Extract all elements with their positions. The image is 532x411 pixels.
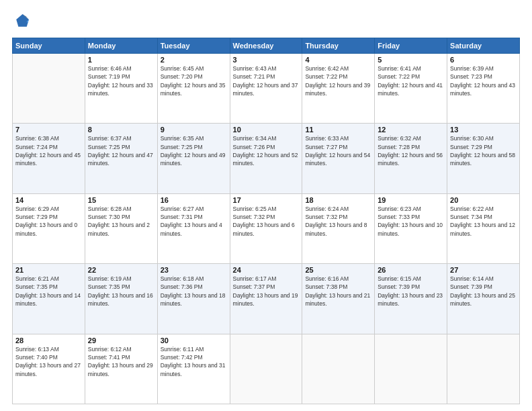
day-number: 25 <box>305 266 371 274</box>
day-number: 7 <box>15 126 82 134</box>
day-number: 2 <box>161 56 227 64</box>
day-info: Sunrise: 6:38 AMSunset: 7:24 PMDaylight:… <box>15 134 82 167</box>
calendar-cell: 5Sunrise: 6:41 AMSunset: 7:22 PMDaylight… <box>375 54 447 124</box>
day-number: 6 <box>450 56 517 64</box>
calendar-cell: 8Sunrise: 6:37 AMSunset: 7:25 PMDaylight… <box>85 124 157 193</box>
day-number: 9 <box>161 126 227 134</box>
day-info: Sunrise: 6:46 AMSunset: 7:19 PMDaylight:… <box>88 64 154 97</box>
calendar-cell <box>302 334 375 404</box>
day-number: 21 <box>15 266 82 274</box>
weekday-header-cell: Wednesday <box>230 38 302 54</box>
calendar-cell: 21Sunrise: 6:21 AMSunset: 7:35 PMDayligh… <box>13 264 85 334</box>
calendar-cell: 10Sunrise: 6:34 AMSunset: 7:26 PMDayligh… <box>230 124 302 193</box>
page: SundayMondayTuesdayWednesdayThursdayFrid… <box>0 0 532 411</box>
day-info: Sunrise: 6:34 AMSunset: 7:26 PMDaylight:… <box>233 134 300 167</box>
calendar-cell: 22Sunrise: 6:19 AMSunset: 7:35 PMDayligh… <box>85 264 157 334</box>
day-info: Sunrise: 6:37 AMSunset: 7:25 PMDaylight:… <box>88 134 154 167</box>
day-number: 19 <box>378 196 444 204</box>
day-number: 29 <box>88 336 154 345</box>
day-info: Sunrise: 6:28 AMSunset: 7:30 PMDaylight:… <box>88 205 154 238</box>
day-info: Sunrise: 6:30 AMSunset: 7:29 PMDaylight:… <box>450 134 517 167</box>
day-info: Sunrise: 6:24 AMSunset: 7:32 PMDaylight:… <box>305 205 371 238</box>
weekday-header-cell: Tuesday <box>157 38 230 54</box>
day-info: Sunrise: 6:12 AMSunset: 7:41 PMDaylight:… <box>88 345 154 378</box>
calendar-cell: 28Sunrise: 6:13 AMSunset: 7:40 PMDayligh… <box>13 334 85 404</box>
day-number: 27 <box>450 266 517 274</box>
calendar-cell: 15Sunrise: 6:28 AMSunset: 7:30 PMDayligh… <box>85 193 157 263</box>
calendar-cell: 1Sunrise: 6:46 AMSunset: 7:19 PMDaylight… <box>85 54 157 124</box>
calendar-cell: 20Sunrise: 6:22 AMSunset: 7:34 PMDayligh… <box>447 193 520 263</box>
calendar-cell: 25Sunrise: 6:16 AMSunset: 7:38 PMDayligh… <box>302 264 375 334</box>
calendar-week-row: 14Sunrise: 6:29 AMSunset: 7:29 PMDayligh… <box>13 193 520 263</box>
day-info: Sunrise: 6:33 AMSunset: 7:27 PMDaylight:… <box>305 134 371 167</box>
day-info: Sunrise: 6:39 AMSunset: 7:23 PMDaylight:… <box>450 64 517 97</box>
calendar-week-row: 7Sunrise: 6:38 AMSunset: 7:24 PMDaylight… <box>13 124 520 193</box>
day-number: 14 <box>15 196 82 204</box>
calendar-cell: 7Sunrise: 6:38 AMSunset: 7:24 PMDaylight… <box>13 124 85 193</box>
calendar-cell: 17Sunrise: 6:25 AMSunset: 7:32 PMDayligh… <box>230 193 302 263</box>
logo-icon <box>12 12 31 31</box>
day-number: 1 <box>88 56 154 64</box>
day-info: Sunrise: 6:35 AMSunset: 7:25 PMDaylight:… <box>161 134 227 167</box>
weekday-header-cell: Saturday <box>447 38 520 54</box>
calendar-cell: 24Sunrise: 6:17 AMSunset: 7:37 PMDayligh… <box>230 264 302 334</box>
weekday-header-row: SundayMondayTuesdayWednesdayThursdayFrid… <box>13 38 520 54</box>
day-info: Sunrise: 6:19 AMSunset: 7:35 PMDaylight:… <box>88 275 154 308</box>
calendar-cell: 30Sunrise: 6:11 AMSunset: 7:42 PMDayligh… <box>157 334 230 404</box>
calendar-week-row: 21Sunrise: 6:21 AMSunset: 7:35 PMDayligh… <box>13 264 520 334</box>
day-info: Sunrise: 6:18 AMSunset: 7:36 PMDaylight:… <box>161 275 227 308</box>
calendar-cell: 12Sunrise: 6:32 AMSunset: 7:28 PMDayligh… <box>375 124 447 193</box>
day-info: Sunrise: 6:13 AMSunset: 7:40 PMDaylight:… <box>15 345 82 378</box>
day-number: 22 <box>88 266 154 274</box>
day-info: Sunrise: 6:15 AMSunset: 7:39 PMDaylight:… <box>378 275 444 308</box>
day-info: Sunrise: 6:32 AMSunset: 7:28 PMDaylight:… <box>378 134 444 167</box>
day-info: Sunrise: 6:45 AMSunset: 7:20 PMDaylight:… <box>161 64 227 97</box>
weekday-header-cell: Friday <box>375 38 447 54</box>
calendar-cell: 18Sunrise: 6:24 AMSunset: 7:32 PMDayligh… <box>302 193 375 263</box>
day-number: 28 <box>15 336 82 345</box>
day-number: 11 <box>305 126 371 134</box>
day-number: 15 <box>88 196 154 204</box>
calendar-cell <box>13 54 85 124</box>
day-number: 13 <box>450 126 517 134</box>
day-info: Sunrise: 6:42 AMSunset: 7:22 PMDaylight:… <box>305 64 371 97</box>
day-info: Sunrise: 6:29 AMSunset: 7:29 PMDaylight:… <box>15 205 82 238</box>
day-info: Sunrise: 6:41 AMSunset: 7:22 PMDaylight:… <box>378 64 444 97</box>
calendar-cell: 23Sunrise: 6:18 AMSunset: 7:36 PMDayligh… <box>157 264 230 334</box>
day-number: 30 <box>161 336 227 345</box>
calendar-cell: 13Sunrise: 6:30 AMSunset: 7:29 PMDayligh… <box>447 124 520 193</box>
calendar-cell: 16Sunrise: 6:27 AMSunset: 7:31 PMDayligh… <box>157 193 230 263</box>
day-info: Sunrise: 6:22 AMSunset: 7:34 PMDaylight:… <box>450 205 517 238</box>
day-number: 24 <box>233 266 300 274</box>
calendar-cell: 19Sunrise: 6:23 AMSunset: 7:33 PMDayligh… <box>375 193 447 263</box>
day-info: Sunrise: 6:23 AMSunset: 7:33 PMDaylight:… <box>378 205 444 238</box>
calendar-cell: 2Sunrise: 6:45 AMSunset: 7:20 PMDaylight… <box>157 54 230 124</box>
day-number: 20 <box>450 196 517 204</box>
weekday-header-cell: Thursday <box>302 38 375 54</box>
calendar-cell: 4Sunrise: 6:42 AMSunset: 7:22 PMDaylight… <box>302 54 375 124</box>
calendar-cell: 27Sunrise: 6:14 AMSunset: 7:39 PMDayligh… <box>447 264 520 334</box>
day-info: Sunrise: 6:16 AMSunset: 7:38 PMDaylight:… <box>305 275 371 308</box>
day-number: 10 <box>233 126 300 134</box>
logo <box>12 12 34 31</box>
day-number: 4 <box>305 56 371 64</box>
calendar-cell: 6Sunrise: 6:39 AMSunset: 7:23 PMDaylight… <box>447 54 520 124</box>
calendar-cell <box>375 334 447 404</box>
day-number: 12 <box>378 126 444 134</box>
weekday-header-cell: Sunday <box>13 38 85 54</box>
header <box>12 12 520 31</box>
day-number: 16 <box>161 196 227 204</box>
calendar-cell: 14Sunrise: 6:29 AMSunset: 7:29 PMDayligh… <box>13 193 85 263</box>
day-number: 5 <box>378 56 444 64</box>
calendar-cell: 29Sunrise: 6:12 AMSunset: 7:41 PMDayligh… <box>85 334 157 404</box>
svg-marker-0 <box>16 14 29 27</box>
day-number: 8 <box>88 126 154 134</box>
calendar-cell <box>230 334 302 404</box>
day-info: Sunrise: 6:43 AMSunset: 7:21 PMDaylight:… <box>233 64 300 97</box>
day-info: Sunrise: 6:21 AMSunset: 7:35 PMDaylight:… <box>15 275 82 308</box>
day-info: Sunrise: 6:11 AMSunset: 7:42 PMDaylight:… <box>161 345 227 378</box>
calendar-cell: 3Sunrise: 6:43 AMSunset: 7:21 PMDaylight… <box>230 54 302 124</box>
calendar-body: 1Sunrise: 6:46 AMSunset: 7:19 PMDaylight… <box>13 54 520 404</box>
day-info: Sunrise: 6:14 AMSunset: 7:39 PMDaylight:… <box>450 275 517 308</box>
calendar-week-row: 28Sunrise: 6:13 AMSunset: 7:40 PMDayligh… <box>13 334 520 404</box>
